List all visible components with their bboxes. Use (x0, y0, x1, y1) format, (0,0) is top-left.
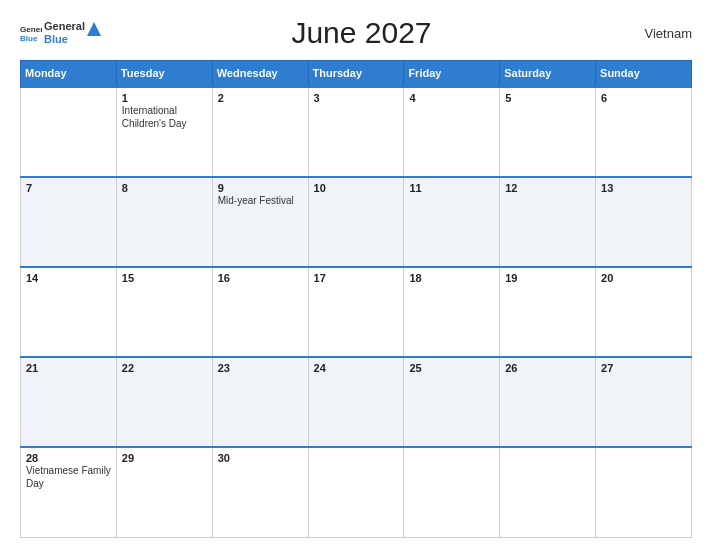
day-number: 1 (122, 92, 207, 104)
day-number: 25 (409, 362, 494, 374)
col-saturday: Saturday (500, 61, 596, 87)
table-cell: 18 (404, 267, 500, 357)
svg-text:Blue: Blue (20, 34, 38, 43)
table-cell: 4 (404, 87, 500, 177)
table-cell: 29 (116, 447, 212, 537)
table-cell: 9Mid-year Festival (212, 177, 308, 267)
table-cell (404, 447, 500, 537)
day-number: 22 (122, 362, 207, 374)
header: General Blue General Blue June 2027 Viet… (20, 16, 692, 50)
day-number: 5 (505, 92, 590, 104)
svg-marker-3 (87, 22, 101, 36)
calendar-table: Monday Tuesday Wednesday Thursday Friday… (20, 60, 692, 538)
table-cell (500, 447, 596, 537)
day-number: 11 (409, 182, 494, 194)
day-number: 30 (218, 452, 303, 464)
day-number: 4 (409, 92, 494, 104)
day-number: 2 (218, 92, 303, 104)
day-number: 6 (601, 92, 686, 104)
table-cell: 6 (596, 87, 692, 177)
day-number: 21 (26, 362, 111, 374)
day-number: 3 (314, 92, 399, 104)
table-cell: 30 (212, 447, 308, 537)
col-sunday: Sunday (596, 61, 692, 87)
table-cell: 14 (21, 267, 117, 357)
day-number: 9 (218, 182, 303, 194)
table-cell: 17 (308, 267, 404, 357)
logo-blue: Blue (44, 33, 85, 46)
table-cell: 3 (308, 87, 404, 177)
day-number: 29 (122, 452, 207, 464)
table-cell: 1International Children's Day (116, 87, 212, 177)
table-cell: 20 (596, 267, 692, 357)
day-number: 7 (26, 182, 111, 194)
day-number: 24 (314, 362, 399, 374)
table-cell: 22 (116, 357, 212, 447)
table-cell: 16 (212, 267, 308, 357)
table-cell: 11 (404, 177, 500, 267)
day-number: 18 (409, 272, 494, 284)
event-label: Mid-year Festival (218, 195, 294, 206)
col-friday: Friday (404, 61, 500, 87)
col-tuesday: Tuesday (116, 61, 212, 87)
table-cell: 28Vietnamese Family Day (21, 447, 117, 537)
table-cell: 26 (500, 357, 596, 447)
day-number: 15 (122, 272, 207, 284)
day-number: 19 (505, 272, 590, 284)
table-cell: 15 (116, 267, 212, 357)
calendar-header-row: Monday Tuesday Wednesday Thursday Friday… (21, 61, 692, 87)
table-row: 1International Children's Day23456 (21, 87, 692, 177)
col-monday: Monday (21, 61, 117, 87)
day-number: 12 (505, 182, 590, 194)
event-label: Vietnamese Family Day (26, 465, 111, 489)
table-cell: 21 (21, 357, 117, 447)
table-cell: 13 (596, 177, 692, 267)
table-row: 28Vietnamese Family Day2930 (21, 447, 692, 537)
event-label: International Children's Day (122, 105, 187, 129)
day-number: 20 (601, 272, 686, 284)
table-cell: 2 (212, 87, 308, 177)
table-cell: 19 (500, 267, 596, 357)
svg-text:General: General (20, 25, 42, 34)
day-number: 8 (122, 182, 207, 194)
page: General Blue General Blue June 2027 Viet… (0, 0, 712, 550)
col-wednesday: Wednesday (212, 61, 308, 87)
day-number: 14 (26, 272, 111, 284)
logo: General Blue General Blue (20, 20, 101, 46)
table-cell (21, 87, 117, 177)
logo-general: General (44, 20, 85, 33)
day-number: 13 (601, 182, 686, 194)
calendar-title: June 2027 (101, 16, 622, 50)
day-number: 17 (314, 272, 399, 284)
day-number: 26 (505, 362, 590, 374)
table-cell: 10 (308, 177, 404, 267)
day-number: 27 (601, 362, 686, 374)
day-number: 28 (26, 452, 111, 464)
table-cell: 7 (21, 177, 117, 267)
table-cell: 24 (308, 357, 404, 447)
logo-triangle-icon (87, 22, 101, 36)
table-row: 21222324252627 (21, 357, 692, 447)
table-cell: 8 (116, 177, 212, 267)
table-cell: 23 (212, 357, 308, 447)
table-cell: 25 (404, 357, 500, 447)
country-label: Vietnam (622, 26, 692, 41)
table-cell: 5 (500, 87, 596, 177)
day-number: 16 (218, 272, 303, 284)
table-cell: 27 (596, 357, 692, 447)
table-row: 14151617181920 (21, 267, 692, 357)
table-cell (308, 447, 404, 537)
day-number: 23 (218, 362, 303, 374)
table-cell: 12 (500, 177, 596, 267)
day-number: 10 (314, 182, 399, 194)
table-cell (596, 447, 692, 537)
table-row: 789Mid-year Festival10111213 (21, 177, 692, 267)
col-thursday: Thursday (308, 61, 404, 87)
